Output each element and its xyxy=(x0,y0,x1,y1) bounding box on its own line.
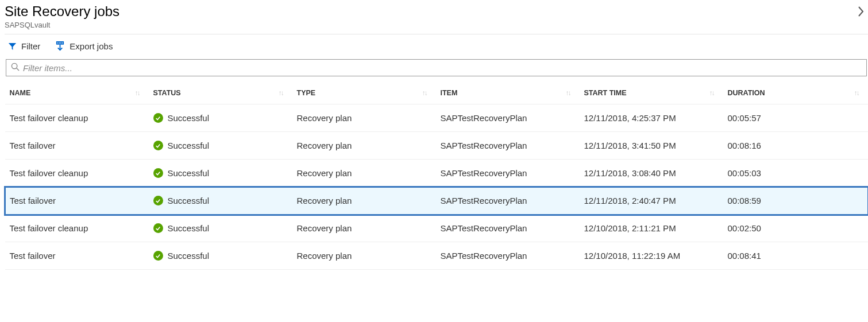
table-row[interactable]: Test failoverSuccessfulRecovery planSAPT… xyxy=(5,187,868,215)
success-icon xyxy=(153,196,163,205)
cell-item: SAPTestRecoveryPlan xyxy=(436,160,580,187)
cell-name: Test failover xyxy=(5,132,149,160)
status-text: Successful xyxy=(168,251,210,261)
cell-name: Test failover xyxy=(5,242,149,270)
success-icon xyxy=(153,168,163,178)
status-text: Successful xyxy=(168,196,210,205)
funnel-icon xyxy=(8,42,17,51)
cell-start-time: 12/10/2018, 2:11:21 PM xyxy=(580,215,723,242)
cell-start-time: 12/11/2018, 3:41:50 PM xyxy=(580,132,723,160)
table-row[interactable]: Test failover cleanupSuccessfulRecovery … xyxy=(5,104,868,132)
export-jobs-button[interactable]: Export jobs xyxy=(55,41,113,51)
cell-duration: 00:08:16 xyxy=(723,132,868,160)
cell-start-time: 12/11/2018, 3:08:40 PM xyxy=(580,160,723,187)
filter-search-box[interactable] xyxy=(6,59,867,76)
column-header-duration[interactable]: DURATION↑↓ xyxy=(723,82,868,104)
cell-name: Test failover cleanup xyxy=(5,160,149,187)
column-header-start-time[interactable]: START TIME↑↓ xyxy=(580,82,723,104)
cell-type: Recovery plan xyxy=(292,132,436,160)
header-divider xyxy=(5,34,868,34)
cell-item: SAPTestRecoveryPlan xyxy=(436,132,580,160)
cell-start-time: 12/11/2018, 4:25:37 PM xyxy=(580,104,723,132)
table-row[interactable]: Test failover cleanupSuccessfulRecovery … xyxy=(5,215,868,242)
cell-item: SAPTestRecoveryPlan xyxy=(436,187,580,215)
svg-point-5 xyxy=(11,63,17,68)
status-text: Successful xyxy=(168,168,210,178)
chevron-right-icon xyxy=(858,6,865,17)
table-row[interactable]: Test failoverSuccessfulRecovery planSAPT… xyxy=(5,242,868,270)
column-header-status[interactable]: STATUS↑↓ xyxy=(149,82,292,104)
cell-duration: 00:08:41 xyxy=(723,242,868,270)
filter-button[interactable]: Filter xyxy=(8,41,40,51)
cell-duration: 00:02:50 xyxy=(723,215,868,242)
cell-item: SAPTestRecoveryPlan xyxy=(436,215,580,242)
filter-input[interactable] xyxy=(23,63,862,73)
sort-icon: ↑↓ xyxy=(135,89,140,97)
table-row[interactable]: Test failoverSuccessfulRecovery planSAPT… xyxy=(5,132,868,160)
success-icon xyxy=(153,223,163,233)
sort-icon: ↑↓ xyxy=(566,89,570,97)
cell-duration: 00:05:03 xyxy=(723,160,868,187)
close-panel-button[interactable] xyxy=(858,3,865,20)
success-icon xyxy=(153,113,163,123)
cell-status: Successful xyxy=(149,187,292,215)
cell-name: Test failover cleanup xyxy=(5,215,149,242)
cell-status: Successful xyxy=(149,242,292,270)
status-text: Successful xyxy=(168,141,210,150)
svg-line-6 xyxy=(17,68,19,71)
cell-type: Recovery plan xyxy=(292,160,436,187)
cell-type: Recovery plan xyxy=(292,215,436,242)
sort-icon: ↑↓ xyxy=(854,89,859,97)
column-header-name[interactable]: NAME↑↓ xyxy=(5,82,149,104)
cell-duration: 00:08:59 xyxy=(723,187,868,215)
cell-item: SAPTestRecoveryPlan xyxy=(436,104,580,132)
success-icon xyxy=(153,141,163,150)
page-title: Site Recovery jobs xyxy=(5,3,119,20)
cell-type: Recovery plan xyxy=(292,187,436,215)
cell-status: Successful xyxy=(149,160,292,187)
page-subtitle: SAPSQLvault xyxy=(5,21,119,29)
sort-icon: ↑↓ xyxy=(709,89,714,97)
cell-status: Successful xyxy=(149,104,292,132)
cell-name: Test failover cleanup xyxy=(5,104,149,132)
column-header-item[interactable]: ITEM↑↓ xyxy=(436,82,580,104)
cell-start-time: 12/11/2018, 2:40:47 PM xyxy=(580,187,723,215)
cell-type: Recovery plan xyxy=(292,242,436,270)
sort-icon: ↑↓ xyxy=(279,89,283,97)
cell-start-time: 12/10/2018, 11:22:19 AM xyxy=(580,242,723,270)
cell-status: Successful xyxy=(149,215,292,242)
jobs-table: NAME↑↓ STATUS↑↓ TYPE↑↓ ITEM↑↓ START TIME… xyxy=(5,82,868,270)
success-icon xyxy=(153,251,163,261)
filter-label: Filter xyxy=(21,41,40,51)
search-icon xyxy=(11,63,20,73)
status-text: Successful xyxy=(168,223,210,233)
export-icon xyxy=(55,41,65,51)
cell-name: Test failover xyxy=(5,187,149,215)
cell-status: Successful xyxy=(149,132,292,160)
column-header-type[interactable]: TYPE↑↓ xyxy=(292,82,436,104)
cell-item: SAPTestRecoveryPlan xyxy=(436,242,580,270)
cell-type: Recovery plan xyxy=(292,104,436,132)
sort-icon: ↑↓ xyxy=(422,89,427,97)
cell-duration: 00:05:57 xyxy=(723,104,868,132)
table-row[interactable]: Test failover cleanupSuccessfulRecovery … xyxy=(5,160,868,187)
status-text: Successful xyxy=(168,113,210,123)
export-label: Export jobs xyxy=(70,41,113,51)
